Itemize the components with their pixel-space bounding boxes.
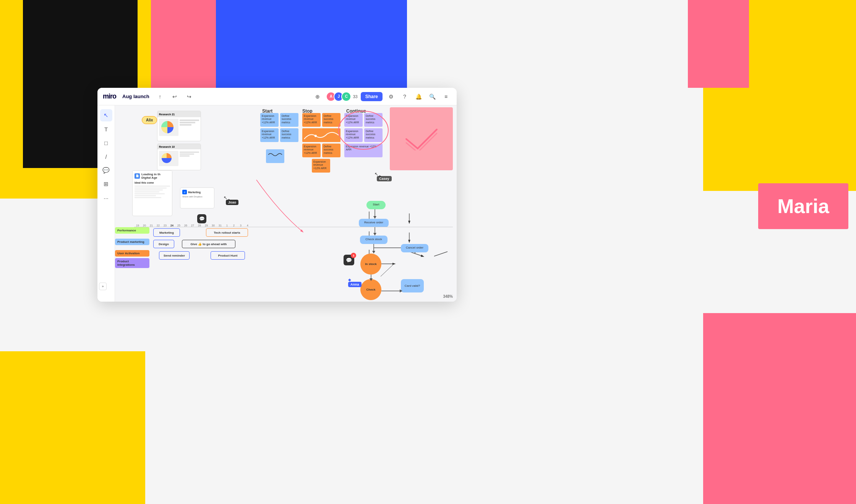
notification-button[interactable]: 🔔 <box>413 91 424 102</box>
wave-chart <box>302 128 340 142</box>
in-stock-node[interactable]: In stock <box>360 254 381 275</box>
settings-button[interactable]: ⚙ <box>386 91 396 102</box>
google-docs-icon: 📄 <box>135 173 140 179</box>
design-bar[interactable]: Design <box>153 240 174 248</box>
chat-notification[interactable]: 💬 3 <box>344 255 354 265</box>
flowchart-start-node[interactable]: Start <box>366 201 386 209</box>
user-activation-label: User Activation <box>115 250 149 257</box>
svg-marker-19 <box>373 233 376 236</box>
doc-title-10: Research 10 <box>157 144 201 149</box>
research-doc-10[interactable]: Research 10 <box>157 144 201 170</box>
product-marketing-label: Product marketing <box>115 239 149 245</box>
date-26: 26 <box>182 224 189 227</box>
date-2: 2 <box>230 224 237 227</box>
help-button[interactable]: ? <box>399 91 410 102</box>
pen-tool[interactable]: / <box>100 150 112 163</box>
anna-cursor: ◆ Anna <box>348 278 351 282</box>
date-28: 28 <box>196 224 203 227</box>
date-21: 21 <box>148 224 155 227</box>
check-stock-node[interactable]: Check stock <box>360 236 387 244</box>
avatar-count: 33 <box>353 94 357 99</box>
sticky-cont-4[interactable]: Define success metrics <box>364 128 383 142</box>
svg-point-14 <box>315 135 317 137</box>
card-valid-node[interactable]: Card valid? <box>401 279 424 292</box>
orange-chart <box>302 128 340 142</box>
board-name[interactable]: Aug launch <box>122 94 149 99</box>
sticky-cont-5[interactable]: Expansion revenue +12% ARR <box>344 144 383 157</box>
svg-line-6 <box>381 264 394 276</box>
sticky-cont-1[interactable]: Expansion revenue +12% ARR <box>344 113 363 127</box>
undo-button[interactable]: ↩ <box>169 91 180 102</box>
bg-pink2-rect <box>688 0 749 88</box>
cursor-tool-btn[interactable]: ⊕ <box>312 91 323 102</box>
sticky-stop-2[interactable]: Define success metrics <box>322 113 340 127</box>
date-20: 20 <box>141 224 148 227</box>
casey-label: Casey <box>377 176 392 181</box>
research-doc-21[interactable]: Research 21 <box>157 111 201 141</box>
svg-marker-21 <box>372 251 375 254</box>
check-node[interactable]: Check <box>360 279 381 300</box>
date-3: 3 <box>237 224 244 227</box>
menu-button[interactable]: ≡ <box>441 91 451 102</box>
miro-sidebar: ↖ T □ / 💬 ⊞ ··· » <box>97 105 115 302</box>
share-button[interactable]: Share <box>361 92 383 101</box>
tech-rollout-bar[interactable]: Tech rollout starts <box>206 228 248 237</box>
date-29: 29 <box>203 224 210 227</box>
sticky-start-3[interactable]: Expansion revenue +12% ARR <box>260 128 279 142</box>
bg-yellow-bottom <box>0 351 145 504</box>
search-button[interactable]: 🔍 <box>427 91 438 102</box>
pie-chart-1 <box>159 119 176 136</box>
checkmark-drawing <box>402 128 441 150</box>
date-1: 1 <box>224 224 230 227</box>
miro-window: miro Aug launch ↑ ↩ ↪ ⊕ A J C 33 Share ⚙… <box>97 88 457 302</box>
sticky-stop-5[interactable]: Expansion revenue +12% ARR <box>312 159 330 173</box>
sticky-start-4[interactable]: Define success metrics <box>280 128 298 142</box>
product-hunt-bar[interactable]: Product Hunt <box>211 251 245 260</box>
zoom-indicator: 348% <box>443 294 453 299</box>
miro-toolbar: miro Aug launch ↑ ↩ ↪ ⊕ A J C 33 Share ⚙… <box>97 88 457 105</box>
comment-tool[interactable]: 💬 <box>100 164 112 176</box>
pie-chart-2 <box>159 151 174 165</box>
sticky-stop-4[interactable]: Define success metrics <box>322 144 340 157</box>
miro-canvas[interactable]: Alix Research 21 <box>115 105 457 302</box>
shape-tool[interactable]: □ <box>100 137 112 149</box>
sticky-stop-3[interactable]: Expansion revenue +12% ARR <box>302 144 321 157</box>
marketing-doc-title: Marketing <box>188 191 201 194</box>
marketing-bar[interactable]: Marketing <box>153 228 180 237</box>
timeline-ruler: 19 20 21 22 23 24 25 26 27 28 29 30 31 1… <box>134 222 453 227</box>
give-ahead-bar[interactable]: Give 👍 to go ahead with <box>182 240 235 248</box>
grid-tool[interactable]: ⊞ <box>100 178 112 190</box>
toolbar-right: ⊕ A J C 33 Share ⚙ ? 🔔 🔍 ≡ <box>312 91 451 102</box>
performance-label: Performance <box>115 227 149 234</box>
miro-logo: miro <box>103 92 116 100</box>
sticky-start-2[interactable]: Define success metrics <box>280 113 298 127</box>
flow-arrow-2 <box>373 227 377 236</box>
cursor-tool[interactable]: ↖ <box>100 109 112 121</box>
marketing-doc-subtitle: Share with Dropbox <box>182 195 212 198</box>
large-sticky-pink[interactable] <box>390 107 453 170</box>
collapse-sidebar-btn[interactable]: » <box>99 283 107 290</box>
leading-doc[interactable]: 📄 Leading in thDigital Age Ideal this co… <box>132 170 172 216</box>
date-31: 31 <box>217 224 224 227</box>
sticky-start-1[interactable]: Expansion revenue +12% ARR <box>260 113 279 127</box>
date-22: 22 <box>155 224 162 227</box>
sticky-start-wave[interactable] <box>266 149 284 163</box>
alix-badge: Alix <box>142 116 157 124</box>
sticky-cont-2[interactable]: Define success metrics <box>364 113 383 127</box>
text-tool[interactable]: T <box>100 123 112 135</box>
date-23: 23 <box>162 224 169 227</box>
more-tool[interactable]: ··· <box>100 192 112 204</box>
cancel-order-node[interactable]: Cancel order <box>401 244 428 252</box>
product-integrations-label: Product Integrations <box>115 258 149 268</box>
doc-title-21: Research 21 <box>157 111 201 117</box>
maria-label: Maria <box>758 183 848 229</box>
sticky-stop-1[interactable]: Expansion revenue +12% ARR <box>302 113 321 127</box>
date-27: 27 <box>189 224 196 227</box>
send-reminder-bar[interactable]: Send reminder <box>159 251 190 260</box>
marketing-doc[interactable]: d Marketing Share with Dropbox <box>180 187 214 208</box>
upload-button[interactable]: ↑ <box>155 91 165 102</box>
sticky-cont-3[interactable]: Expansion revenue +12% ARR <box>344 128 363 142</box>
anna-label: Anna <box>348 282 362 287</box>
chat-badge: 3 <box>351 253 356 258</box>
redo-button[interactable]: ↪ <box>184 91 195 102</box>
